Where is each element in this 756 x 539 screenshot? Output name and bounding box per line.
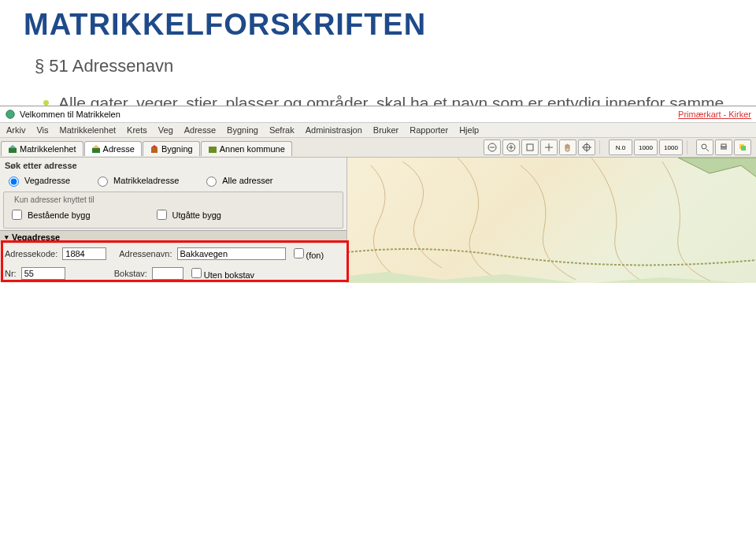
tab-label: Matrikkelenhet [20, 144, 76, 154]
menu-bar: Arkiv Vis Matrikkelenhet Krets Veg Adres… [0, 123, 756, 138]
svg-point-0 [6, 110, 15, 119]
svg-rect-1 [9, 148, 17, 153]
bokstav-label: Bokstav: [114, 269, 147, 278]
radio-alle-input[interactable] [206, 177, 217, 187]
section-label: § 51 Adressenavn [35, 56, 732, 76]
chk-bestaaende-input[interactable] [12, 210, 22, 220]
menu-matrikkelenhet[interactable]: Matrikkelenhet [60, 125, 117, 135]
menu-bygning[interactable]: Bygning [227, 125, 258, 135]
filter-legend: Kun adresser knyttet til [12, 195, 97, 204]
svg-rect-7 [209, 147, 217, 153]
radio-matrikkeladresse-input[interactable] [98, 177, 108, 187]
window-title: Velkommen til Matrikkelen [20, 110, 120, 119]
menu-sefrak[interactable]: Sefrak [269, 125, 295, 135]
menu-rapporter[interactable]: Rapporter [410, 125, 448, 135]
map-pane[interactable] [347, 158, 756, 283]
radio-matrikkeladresse[interactable]: Matrikkeladresse [94, 174, 179, 187]
app-window: Velkommen til Matrikkelen Primærkart - K… [0, 106, 756, 283]
svg-rect-20 [721, 144, 726, 147]
vegadresse-section-label: Vegadresse [12, 232, 60, 242]
chk-uten-bokstav-input[interactable] [191, 268, 202, 278]
tab-annen-kommune[interactable]: Annen kommune [201, 141, 292, 156]
svg-rect-13 [527, 144, 533, 151]
chk-uten-bokstav[interactable]: Uten bokstav [188, 266, 254, 281]
radio-vegadresse-input[interactable] [9, 177, 19, 187]
menu-bruker[interactable]: Bruker [373, 125, 398, 135]
radio-vegadresse[interactable]: Vegadresse [5, 174, 70, 187]
map-toolbar: N.0 1000 1000 [479, 138, 756, 157]
chk-fon[interactable]: (fon) [291, 246, 324, 261]
menu-hjelp[interactable]: Hjelp [459, 125, 479, 135]
svg-marker-2 [9, 145, 17, 148]
hand-button[interactable] [559, 139, 576, 155]
menu-vis[interactable]: Vis [36, 125, 48, 135]
adressenavn-input[interactable] [177, 247, 286, 260]
adressenavn-label: Adressenavn: [119, 249, 172, 258]
svg-point-17 [702, 144, 706, 149]
bokstav-input[interactable] [152, 267, 183, 280]
adressekode-input[interactable] [62, 247, 106, 260]
radio-alle[interactable]: Alle adresser [202, 174, 272, 187]
title-bar: Velkommen til Matrikkelen Primærkart - K… [0, 106, 756, 123]
scale-button-1[interactable]: N.0 [609, 139, 632, 155]
layers-button[interactable] [734, 139, 751, 155]
vegadresse-section-header[interactable]: ▾ Vegadresse [0, 230, 346, 243]
menu-arkiv[interactable]: Arkiv [6, 125, 25, 135]
zoom-out-button[interactable] [484, 139, 501, 155]
menu-administrasjon[interactable]: Administrasjon [306, 125, 362, 135]
svg-rect-3 [92, 148, 100, 153]
chk-utgaatte[interactable]: Utgåtte bygg [154, 207, 221, 222]
tab-label: Adresse [103, 144, 135, 154]
chk-utgaatte-input[interactable] [157, 210, 167, 220]
menu-krets[interactable]: Krets [127, 125, 147, 135]
svg-marker-6 [151, 145, 158, 147]
scale-button-2[interactable]: 1000 [634, 139, 658, 155]
tab-label: Bygning [161, 144, 193, 154]
top-right-link[interactable]: Primærkart - Kirker [678, 110, 751, 119]
tab-bygning[interactable]: Bygning [143, 141, 200, 156]
adressekode-label: Adressekode: [5, 249, 57, 258]
collapse-icon: ▾ [5, 233, 9, 241]
menu-adresse[interactable]: Adresse [184, 125, 216, 135]
svg-line-18 [706, 149, 709, 151]
chk-bestaaende[interactable]: Bestående bygg [9, 207, 91, 222]
matrikkelenhet-icon [8, 144, 17, 154]
pan-button[interactable] [540, 139, 558, 155]
svg-marker-4 [92, 145, 100, 148]
page-title: MATRIKKELFORSKRIFTEN [24, 8, 732, 42]
menu-veg[interactable]: Veg [158, 125, 173, 135]
nr-label: Nr: [5, 269, 17, 278]
search-panel-title: Søk etter adresse [0, 158, 346, 173]
tab-label: Annen kommune [220, 144, 285, 154]
svg-rect-5 [151, 147, 158, 153]
bygning-icon [150, 144, 159, 154]
target-button[interactable] [578, 139, 595, 155]
extent-button[interactable] [521, 139, 539, 155]
tab-adresse[interactable]: Adresse [84, 141, 142, 156]
tab-bar: Matrikkelenhet Adresse Bygning Annen kom… [0, 139, 292, 156]
app-icon [5, 109, 16, 120]
svg-rect-22 [741, 146, 746, 151]
search-button[interactable] [696, 139, 713, 155]
chk-fon-input[interactable] [294, 248, 304, 258]
annen-kommune-icon [208, 144, 217, 154]
adresse-icon [91, 144, 101, 154]
scale-button-3[interactable]: 1000 [659, 139, 683, 155]
nr-input[interactable] [21, 267, 65, 280]
search-panel: Søk etter adresse Vegadresse Matrikkelad… [0, 158, 347, 283]
print-button[interactable] [715, 139, 732, 155]
zoom-in-button[interactable] [502, 139, 520, 155]
tab-matrikkelenhet[interactable]: Matrikkelenhet [1, 141, 83, 156]
